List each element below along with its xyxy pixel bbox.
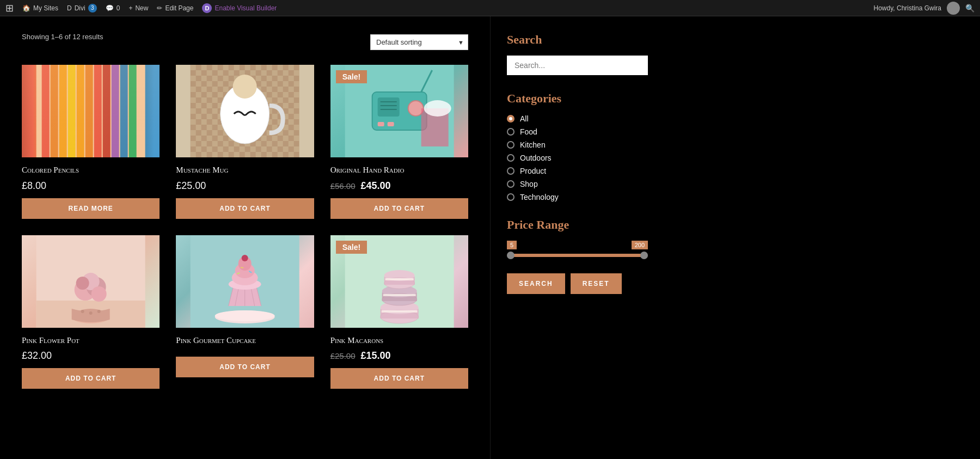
categories-section-title: Categories (507, 91, 648, 106)
colored-pencils-image (22, 65, 160, 157)
divi-item[interactable]: D Divi 3 (67, 4, 97, 13)
svg-rect-7 (94, 65, 102, 157)
product-image-colored-pencils (22, 65, 160, 157)
visual-builder-item[interactable]: D Enable Visual Builder (202, 3, 277, 13)
svg-rect-28 (377, 122, 384, 126)
comment-icon: 💬 (106, 4, 114, 12)
category-item-all[interactable]: All (507, 114, 648, 123)
price-current-pink-macarons: £15.00 (361, 350, 391, 362)
add-to-cart-button-pink-gourmet-cupcake[interactable]: ADD TO CART (176, 357, 314, 377)
svg-point-56 (242, 255, 248, 261)
svg-rect-0 (36, 65, 145, 157)
category-radio-product[interactable] (507, 167, 514, 175)
product-price-mustache-mug: £25.00 (176, 180, 314, 192)
category-item-kitchen[interactable]: Kitchen (507, 140, 648, 149)
mustache-mug-image (176, 65, 314, 157)
product-card-mustache-mug: Mustache Mug £25.00 ADD TO CART (176, 65, 314, 219)
edit-page-item[interactable]: ✏ Edit Page (157, 4, 193, 12)
product-card-pink-flower-pot: Pink Flower Pot £32.00 ADD TO CART (22, 235, 160, 389)
read-more-button-colored-pencils[interactable]: READ MORE (22, 198, 160, 219)
search-button[interactable]: SEARCH (507, 273, 565, 294)
divi-d-icon: D (202, 3, 212, 13)
price-min-label: 5 (507, 241, 517, 249)
svg-rect-75 (385, 278, 413, 280)
price-colored-pencils: £8.00 (22, 180, 46, 192)
sort-select[interactable]: Default sorting Sort by popularity Sort … (370, 34, 468, 50)
svg-rect-22 (377, 97, 399, 117)
category-item-product[interactable]: Product (507, 167, 648, 175)
add-to-cart-button-original-hand-radio[interactable]: ADD TO CART (330, 198, 468, 219)
category-radio-kitchen[interactable] (507, 141, 514, 149)
categories-section: Categories All Food Kitchen Outdoors Pro… (507, 91, 648, 201)
search-icon-bar[interactable]: 🔍 (965, 4, 975, 13)
category-item-technology[interactable]: Technology (507, 193, 648, 201)
howdy-text: Howdy, Christina Gwira (874, 4, 941, 12)
price-range-thumb-max[interactable] (640, 252, 648, 259)
category-label-food: Food (520, 127, 537, 136)
svg-rect-9 (112, 65, 119, 157)
category-radio-food[interactable] (507, 128, 514, 136)
sidebar-buttons: SEARCH RESET (507, 273, 648, 294)
svg-point-41 (81, 310, 84, 313)
product-price-pink-macarons: £25.00 £15.00 (330, 350, 468, 362)
products-grid: Colored Pencils £8.00 READ MORE (22, 65, 468, 389)
category-radio-all[interactable] (507, 115, 514, 123)
product-image-pink-gourmet-cupcake (176, 235, 314, 328)
price-range-labels: 5 200 (507, 241, 648, 249)
product-image-mustache-mug (176, 65, 314, 157)
divi-badge: 3 (88, 4, 97, 13)
add-to-cart-button-pink-flower-pot[interactable]: ADD TO CART (22, 368, 160, 389)
category-item-outdoors[interactable]: Outdoors (507, 154, 648, 162)
svg-rect-10 (120, 65, 128, 157)
price-pink-flower-pot: £32.00 (22, 350, 52, 362)
search-section: Search (507, 33, 648, 91)
new-item[interactable]: + New (128, 4, 148, 12)
price-original-pink-macarons: £25.00 (330, 351, 356, 360)
category-label-kitchen: Kitchen (520, 140, 546, 149)
svg-rect-4 (68, 65, 76, 157)
wordpress-icon[interactable]: ⊞ (5, 2, 14, 14)
product-price-pink-flower-pot: £32.00 (22, 350, 160, 362)
product-name-pink-macarons: Pink Macarons (330, 335, 468, 346)
category-radio-shop[interactable] (507, 180, 514, 188)
my-sites-item[interactable]: 🏠 My Sites (22, 4, 58, 12)
product-name-colored-pencils: Colored Pencils (22, 165, 160, 176)
sort-wrapper[interactable]: Default sorting Sort by popularity Sort … (370, 34, 468, 50)
sidebar-search-input[interactable] (507, 56, 648, 75)
svg-rect-8 (103, 65, 111, 157)
svg-rect-5 (77, 65, 84, 157)
price-range-title: Price Range (507, 218, 648, 232)
mug-svg (176, 65, 314, 157)
product-card-pink-gourmet-cupcake: Pink Gourmet Cupcake ADD TO CART (176, 235, 314, 389)
divi-icon-text: D (67, 4, 72, 12)
results-text: Showing 1–6 of 12 results (22, 33, 103, 41)
sites-icon: 🏠 (22, 4, 30, 12)
svg-rect-73 (381, 310, 417, 313)
comments-item[interactable]: 💬 0 (106, 4, 120, 12)
svg-point-46 (215, 310, 275, 321)
pink-macarons-image: Sale! (330, 235, 468, 328)
content-area: Showing 1–6 of 12 results Default sortin… (0, 16, 490, 459)
reset-button[interactable]: RESET (571, 273, 622, 294)
avatar (947, 2, 960, 15)
category-radio-technology[interactable] (507, 193, 514, 201)
admin-bar-right: Howdy, Christina Gwira 🔍 (874, 2, 975, 15)
pink-flower-pot-image (22, 235, 160, 328)
svg-point-40 (91, 286, 107, 302)
svg-rect-74 (383, 294, 415, 296)
category-radio-outdoors[interactable] (507, 154, 514, 162)
category-item-food[interactable]: Food (507, 127, 648, 136)
product-name-pink-flower-pot: Pink Flower Pot (22, 335, 160, 346)
price-range-thumb-min[interactable] (507, 252, 514, 259)
svg-rect-29 (387, 122, 394, 126)
svg-point-19 (233, 75, 257, 99)
add-to-cart-button-mustache-mug[interactable]: ADD TO CART (176, 198, 314, 219)
svg-rect-11 (129, 65, 137, 157)
product-price-original-hand-radio: £56.00 £45.00 (330, 180, 468, 192)
svg-point-31 (424, 100, 451, 117)
add-to-cart-button-pink-macarons[interactable]: ADD TO CART (330, 368, 468, 389)
hand-radio-image: Sale! (330, 65, 468, 157)
svg-point-42 (89, 311, 93, 315)
product-card-pink-macarons: Sale! (330, 235, 468, 389)
category-item-shop[interactable]: Shop (507, 180, 648, 188)
